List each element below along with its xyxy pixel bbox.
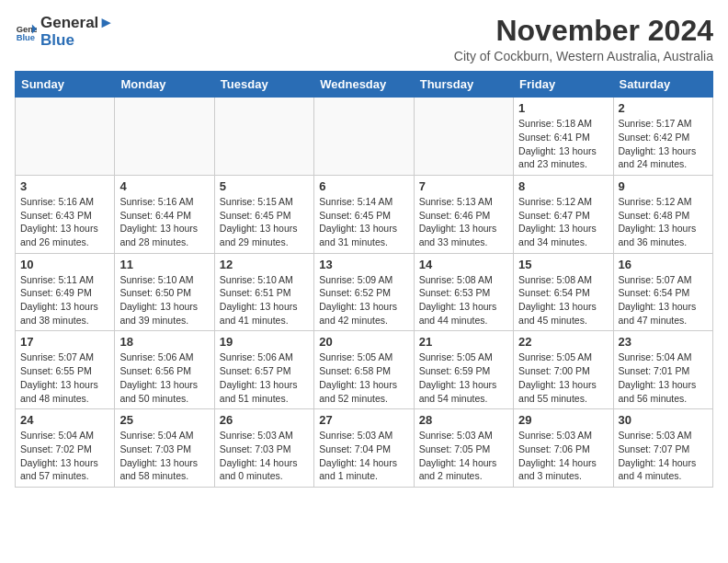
day-number: 12	[220, 258, 309, 271]
day-info: Sunrise: 5:06 AMSunset: 6:56 PMDaylight:…	[119, 350, 209, 405]
day-info: Sunrise: 5:10 AMSunset: 6:51 PMDaylight:…	[220, 273, 309, 327]
day-number: 1	[518, 101, 608, 115]
day-number: 5	[220, 179, 309, 193]
logo-general: General►	[40, 15, 114, 32]
day-info: Sunrise: 5:14 AMSunset: 6:45 PMDaylight:…	[319, 195, 408, 249]
weekday-saturday: Saturday	[613, 72, 712, 98]
day-number: 8	[518, 179, 608, 193]
day-info: Sunrise: 5:08 AMSunset: 6:53 PMDaylight:…	[419, 273, 508, 327]
calendar-cell	[414, 98, 513, 176]
day-number: 26	[220, 413, 309, 427]
day-number: 18	[119, 335, 209, 349]
week-row-1: 1Sunrise: 5:18 AMSunset: 6:41 PMDaylight…	[16, 98, 713, 176]
calendar-cell: 23Sunrise: 5:04 AMSunset: 7:01 PMDayligh…	[613, 331, 712, 409]
weekday-header-row: SundayMondayTuesdayWednesdayThursdayFrid…	[16, 72, 713, 98]
calendar-table: SundayMondayTuesdayWednesdayThursdayFrid…	[15, 71, 713, 488]
calendar-cell: 29Sunrise: 5:03 AMSunset: 7:06 PMDayligh…	[514, 409, 613, 488]
calendar-cell: 5Sunrise: 5:15 AMSunset: 6:45 PMDaylight…	[214, 175, 313, 253]
day-number: 10	[20, 258, 109, 271]
calendar-cell: 2Sunrise: 5:17 AMSunset: 6:42 PMDaylight…	[613, 98, 712, 176]
day-number: 25	[119, 413, 209, 427]
calendar-cell: 15Sunrise: 5:08 AMSunset: 6:54 PMDayligh…	[514, 253, 613, 331]
day-info: Sunrise: 5:03 AMSunset: 7:07 PMDaylight:…	[619, 429, 708, 483]
day-info: Sunrise: 5:04 AMSunset: 7:03 PMDaylight:…	[119, 429, 209, 483]
day-number: 13	[319, 258, 408, 271]
day-info: Sunrise: 5:09 AMSunset: 6:52 PMDaylight:…	[319, 273, 408, 327]
calendar-cell: 17Sunrise: 5:07 AMSunset: 6:55 PMDayligh…	[16, 331, 115, 409]
calendar-cell: 30Sunrise: 5:03 AMSunset: 7:07 PMDayligh…	[613, 409, 712, 488]
day-number: 3	[20, 179, 109, 193]
calendar-cell: 4Sunrise: 5:16 AMSunset: 6:44 PMDaylight…	[115, 175, 214, 253]
day-number: 2	[619, 101, 708, 115]
day-info: Sunrise: 5:05 AMSunset: 6:58 PMDaylight:…	[319, 350, 408, 405]
day-info: Sunrise: 5:03 AMSunset: 7:06 PMDaylight:…	[518, 429, 608, 483]
day-info: Sunrise: 5:12 AMSunset: 6:48 PMDaylight:…	[619, 195, 708, 249]
day-info: Sunrise: 5:06 AMSunset: 6:57 PMDaylight:…	[220, 350, 309, 405]
day-info: Sunrise: 5:03 AMSunset: 7:05 PMDaylight:…	[419, 429, 508, 483]
weekday-monday: Monday	[115, 72, 214, 98]
weekday-tuesday: Tuesday	[214, 72, 313, 98]
week-row-2: 3Sunrise: 5:16 AMSunset: 6:43 PMDaylight…	[16, 175, 713, 253]
calendar-cell: 21Sunrise: 5:05 AMSunset: 6:59 PMDayligh…	[414, 331, 513, 409]
day-info: Sunrise: 5:05 AMSunset: 6:59 PMDaylight:…	[419, 350, 508, 405]
calendar-cell: 10Sunrise: 5:11 AMSunset: 6:49 PMDayligh…	[16, 253, 115, 331]
calendar-cell: 19Sunrise: 5:06 AMSunset: 6:57 PMDayligh…	[214, 331, 313, 409]
day-info: Sunrise: 5:07 AMSunset: 6:55 PMDaylight:…	[20, 350, 109, 405]
calendar-cell: 7Sunrise: 5:13 AMSunset: 6:46 PMDaylight…	[414, 175, 513, 253]
day-number: 6	[319, 179, 408, 193]
calendar-cell: 27Sunrise: 5:03 AMSunset: 7:04 PMDayligh…	[314, 409, 414, 488]
day-number: 17	[20, 335, 109, 349]
weekday-wednesday: Wednesday	[314, 72, 414, 98]
day-info: Sunrise: 5:11 AMSunset: 6:49 PMDaylight:…	[20, 273, 109, 327]
day-number: 19	[220, 335, 309, 349]
calendar-cell: 11Sunrise: 5:10 AMSunset: 6:50 PMDayligh…	[115, 253, 214, 331]
calendar-cell: 8Sunrise: 5:12 AMSunset: 6:47 PMDaylight…	[514, 175, 613, 253]
day-number: 4	[119, 179, 209, 193]
calendar-cell	[16, 98, 115, 176]
day-info: Sunrise: 5:07 AMSunset: 6:54 PMDaylight:…	[619, 273, 708, 327]
day-number: 15	[518, 258, 608, 271]
day-number: 20	[319, 335, 408, 349]
day-info: Sunrise: 5:04 AMSunset: 7:01 PMDaylight:…	[619, 350, 708, 405]
week-row-3: 10Sunrise: 5:11 AMSunset: 6:49 PMDayligh…	[16, 253, 713, 331]
week-row-4: 17Sunrise: 5:07 AMSunset: 6:55 PMDayligh…	[16, 331, 713, 409]
week-row-5: 24Sunrise: 5:04 AMSunset: 7:02 PMDayligh…	[16, 409, 713, 488]
day-info: Sunrise: 5:17 AMSunset: 6:42 PMDaylight:…	[619, 117, 708, 171]
logo-icon: General Blue	[15, 21, 37, 43]
calendar-cell: 9Sunrise: 5:12 AMSunset: 6:48 PMDaylight…	[613, 175, 712, 253]
day-info: Sunrise: 5:03 AMSunset: 7:04 PMDaylight:…	[319, 429, 408, 483]
calendar-cell: 28Sunrise: 5:03 AMSunset: 7:05 PMDayligh…	[414, 409, 513, 488]
calendar-cell: 12Sunrise: 5:10 AMSunset: 6:51 PMDayligh…	[214, 253, 313, 331]
calendar-cell	[214, 98, 313, 176]
calendar-cell: 18Sunrise: 5:06 AMSunset: 6:56 PMDayligh…	[115, 331, 214, 409]
calendar-cell: 14Sunrise: 5:08 AMSunset: 6:53 PMDayligh…	[414, 253, 513, 331]
day-number: 27	[319, 413, 408, 427]
day-number: 22	[518, 335, 608, 349]
day-info: Sunrise: 5:16 AMSunset: 6:44 PMDaylight:…	[119, 195, 209, 249]
calendar-cell: 25Sunrise: 5:04 AMSunset: 7:03 PMDayligh…	[115, 409, 214, 488]
title-area: November 2024 City of Cockburn, Western …	[454, 15, 713, 63]
day-number: 14	[419, 258, 508, 271]
logo-blue: Blue	[40, 32, 114, 50]
day-number: 9	[619, 179, 708, 193]
day-info: Sunrise: 5:16 AMSunset: 6:43 PMDaylight:…	[20, 195, 109, 249]
month-title: November 2024	[454, 15, 713, 47]
day-info: Sunrise: 5:13 AMSunset: 6:46 PMDaylight:…	[419, 195, 508, 249]
day-info: Sunrise: 5:05 AMSunset: 7:00 PMDaylight:…	[518, 350, 608, 405]
calendar-cell: 20Sunrise: 5:05 AMSunset: 6:58 PMDayligh…	[314, 331, 414, 409]
day-number: 21	[419, 335, 508, 349]
calendar-cell: 22Sunrise: 5:05 AMSunset: 7:00 PMDayligh…	[514, 331, 613, 409]
day-number: 30	[619, 413, 708, 427]
day-info: Sunrise: 5:04 AMSunset: 7:02 PMDaylight:…	[20, 429, 109, 483]
day-info: Sunrise: 5:18 AMSunset: 6:41 PMDaylight:…	[518, 117, 608, 171]
calendar-cell: 1Sunrise: 5:18 AMSunset: 6:41 PMDaylight…	[514, 98, 613, 176]
calendar-cell: 26Sunrise: 5:03 AMSunset: 7:03 PMDayligh…	[214, 409, 313, 488]
weekday-thursday: Thursday	[414, 72, 513, 98]
day-info: Sunrise: 5:15 AMSunset: 6:45 PMDaylight:…	[220, 195, 309, 249]
calendar-cell: 16Sunrise: 5:07 AMSunset: 6:54 PMDayligh…	[613, 253, 712, 331]
day-number: 29	[518, 413, 608, 427]
day-number: 23	[619, 335, 708, 349]
day-number: 11	[119, 258, 209, 271]
calendar-cell	[314, 98, 414, 176]
calendar-cell	[115, 98, 214, 176]
